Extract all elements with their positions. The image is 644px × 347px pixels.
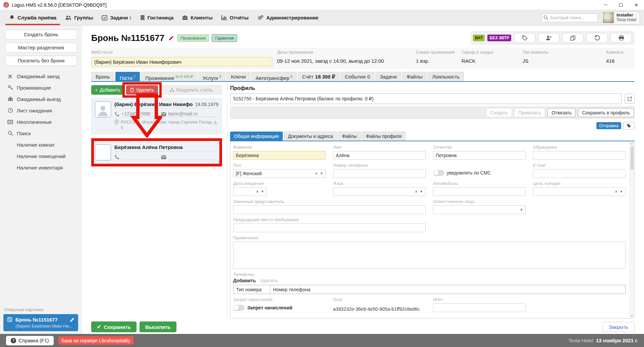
middlename-field[interactable]: Петровна [433,151,526,160]
clear-icon[interactable]: × [415,189,418,194]
sidebar-item-in-house[interactable]: Проживающие [0,82,82,93]
legal-rep-field[interactable] [233,205,426,214]
email-field[interactable] [533,169,626,178]
tags-button[interactable] [514,33,535,43]
evict-button[interactable]: Выселить [140,321,176,332]
trip-purpose-select[interactable]: ×▼ [533,187,626,196]
scroll-up-icon[interactable]: ▲ [630,142,634,145]
profile-link-button[interactable]: Привязать [514,108,545,117]
send-badge[interactable]: Отправка [596,122,621,129]
close-button[interactable]: ✕ [629,0,644,10]
phones-delete-link[interactable]: Удалить [260,278,278,283]
note-textarea[interactable] [233,242,626,268]
open-profile-button[interactable] [625,94,635,104]
scroll-thumb[interactable] [631,146,634,170]
quick-search-input[interactable] [541,13,598,22]
tab-documents-addresses[interactable]: Документы и адреса [284,132,337,141]
tab-tasks[interactable]: Задачи [375,72,401,81]
open-card-booking[interactable]: Бронь №1151677 (барин) Берёзкин Иван Ни.… [3,314,78,331]
tab-transfer[interactable]: Автотрансфер0 [251,72,297,81]
tab-guests[interactable]: Гости2 [115,72,140,81]
car-field[interactable] [433,187,526,196]
bar-chart-icon [221,15,227,20]
tab-loyalty[interactable]: Лояльность [428,72,464,81]
nav-item-front-desk[interactable]: Служба приёма [5,10,61,25]
guest-add-button[interactable]: +Добавить [91,85,124,95]
tab-keys[interactable]: Ключи [226,72,250,81]
profile-unlink-button[interactable]: Отвязать [547,108,576,117]
sidebar-item-expected-arrival[interactable]: Ожидаемый заезд [0,70,82,82]
plane-icon [7,73,13,79]
profile-save-button[interactable]: Сохранить в профиль [578,108,634,117]
no-charge-toggle[interactable] [233,305,245,311]
tab-profile-files[interactable]: Файлы [338,132,361,141]
sidebar-item-space-availability[interactable]: Наличие помещений [0,150,82,162]
sidebar-item-label: Ожидаемый выезд [17,96,61,102]
print-button[interactable] [610,33,632,43]
user-card[interactable]: installer Tesla Hotel [601,11,640,24]
lastname-field[interactable]: Берёзкина [233,151,326,160]
firstname-field[interactable]: Алёна [333,151,426,160]
inn-field[interactable] [433,303,526,312]
clear-icon[interactable]: × [256,189,259,194]
responsible-select[interactable]: ▼ [433,205,526,214]
edit-title-pencil-icon[interactable] [168,35,174,41]
nav-item-administration[interactable]: Администрирование [253,10,323,25]
chevron-down-icon: ▼ [520,208,523,211]
gender-select[interactable]: [F] Женский×▼ [233,169,326,178]
fio-input[interactable]: (барин) Берёзкин Иван Никифорович [91,57,272,66]
language-select[interactable]: ×▼ [333,187,426,196]
phone-field[interactable] [333,169,426,178]
banknote-icon [7,120,13,124]
tab-files[interactable]: Файлы [402,72,427,81]
tab-invoice[interactable]: Счёт18 300 ₽ [298,72,339,81]
tab-services[interactable]: Услуги0 [198,72,225,81]
sidebar-item-inventory-availability[interactable]: Наличие инвентаря [0,162,82,173]
clear-icon[interactable]: × [615,189,618,194]
pencil-icon[interactable] [70,317,75,322]
guest-card-secondary[interactable]: Берёзкина Алёна Петровна [91,141,222,164]
sidebar-item-search[interactable]: Поиск [0,128,82,139]
nav-item-clients[interactable]: Клиенты [178,10,217,25]
nav-item-reports[interactable]: Отчёты [217,10,253,25]
scroll-down-icon[interactable]: ▼ [630,314,634,317]
booking-tag-stay: Проживание [177,34,209,42]
minimize-button[interactable] [598,0,613,10]
maximize-button[interactable] [613,0,629,10]
profile-create-button[interactable]: Создать [486,108,512,117]
prev-place-field[interactable] [233,224,426,232]
phones-add-link[interactable]: Добавить [233,278,256,283]
tab-profile-files2[interactable]: Файлы профиля [362,132,406,141]
sidebar-item-expected-departure[interactable]: Ожидаемый выезд [0,93,82,105]
tab-stay[interactable]: Проживание3х 6 100 ₽ [141,72,197,81]
split-accounts-button[interactable]: Разделить счета [160,85,222,95]
clear-icon[interactable]: × [315,171,318,176]
tab-booking[interactable]: Бронь [91,72,114,81]
db-server-badge[interactable]: База на сервере Librahospitality [58,336,134,345]
guest-delete-button[interactable]: Удалить [126,85,158,95]
guest-card-primary[interactable]: (барин) Берёзкин Иван Никифорович 19.09.… [91,98,222,134]
close-card-button[interactable]: Закрыть [602,322,635,332]
nav-item-groups[interactable]: Группы [61,10,97,25]
split-master-button[interactable]: Мастер разделения [5,43,77,53]
sidebar-item-waiting-list[interactable]: Лист ожидания [0,105,82,116]
create-booking-button[interactable]: Создать бронь [5,30,77,40]
sidebar-item-unpaid[interactable]: Неоплаченные [0,116,82,128]
history-button[interactable] [586,33,608,43]
add-guest-button[interactable] [538,33,559,43]
profile-input[interactable]: 5152750 - Берёзкина Алёна Петровна (бала… [230,93,622,104]
nav-item-tasks[interactable]: Задачи1 [97,10,136,25]
nav-item-hotel[interactable]: Гостиница [136,10,178,25]
sms-toggle[interactable] [433,170,444,176]
form-scrollbar[interactable]: ▲ ▼ [630,142,634,318]
checkin-no-booking-button[interactable]: Поселить без брони [5,56,77,66]
sidebar-item-room-availability[interactable]: Наличие комнат [0,139,82,150]
help-button[interactable]: ? Справка (F1) [6,336,54,345]
tab-events[interactable]: События0 [340,72,374,81]
salutation-field[interactable] [533,151,626,160]
tab-general-info[interactable]: Общая информация [230,132,283,141]
save-button[interactable]: ✔Сохранить [91,321,137,332]
profile-tags-button[interactable] [623,122,635,130]
birthdate-select[interactable]: ×▼ [233,187,267,196]
copy-button[interactable] [562,33,584,43]
